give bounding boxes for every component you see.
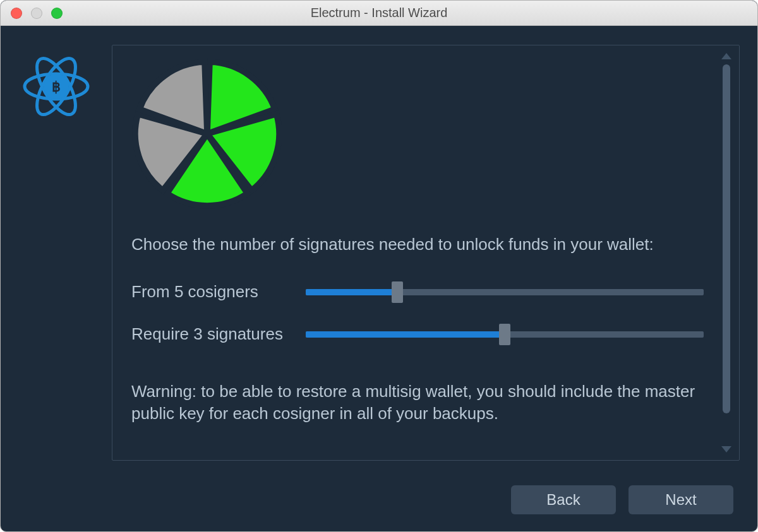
window-title: Electrum - Install Wizard — [1, 6, 757, 20]
scroll-down-icon[interactable] — [721, 446, 731, 452]
multisig-pie-chart — [131, 58, 704, 212]
signatures-row: Require 3 signatures — [131, 324, 704, 344]
signatures-slider[interactable] — [306, 327, 704, 342]
cosigners-label: From 5 cosigners — [131, 282, 306, 302]
scrollbar-track[interactable] — [723, 62, 730, 444]
scroll-up-icon[interactable] — [721, 53, 731, 59]
electrum-logo-icon: ฿ — [18, 49, 94, 127]
slider-fill — [306, 331, 505, 338]
window-controls — [11, 8, 63, 19]
panel-content: Choose the number of signatures needed t… — [120, 53, 721, 452]
slider-fill — [306, 289, 397, 295]
slider-thumb[interactable] — [499, 324, 510, 345]
content-row: ฿ Choose the number of signatures needed… — [18, 45, 740, 461]
close-icon[interactable] — [11, 8, 22, 19]
window-body: ฿ Choose the number of signatures needed… — [1, 26, 757, 531]
titlebar: Electrum - Install Wizard — [1, 1, 757, 26]
instructions-text: Choose the number of signatures needed t… — [131, 233, 704, 256]
cosigners-row: From 5 cosigners — [131, 282, 704, 302]
back-button[interactable]: Back — [511, 485, 616, 514]
next-button[interactable]: Next — [629, 485, 733, 514]
logo-column: ฿ — [18, 45, 94, 461]
scrollbar-thumb[interactable] — [723, 64, 730, 413]
cosigners-slider[interactable] — [306, 285, 704, 300]
svg-text:฿: ฿ — [52, 79, 61, 95]
zoom-icon[interactable] — [51, 8, 63, 19]
vertical-scrollbar[interactable] — [721, 53, 731, 452]
main-panel: Choose the number of signatures needed t… — [112, 45, 740, 461]
warning-text: Warning: to be able to restore a multisi… — [131, 381, 704, 425]
install-wizard-window: Electrum - Install Wizard ฿ — [0, 0, 758, 532]
signatures-label: Require 3 signatures — [131, 324, 306, 344]
footer: Back Next — [18, 480, 740, 520]
minimize-icon[interactable] — [31, 8, 42, 19]
slider-thumb[interactable] — [392, 281, 403, 303]
